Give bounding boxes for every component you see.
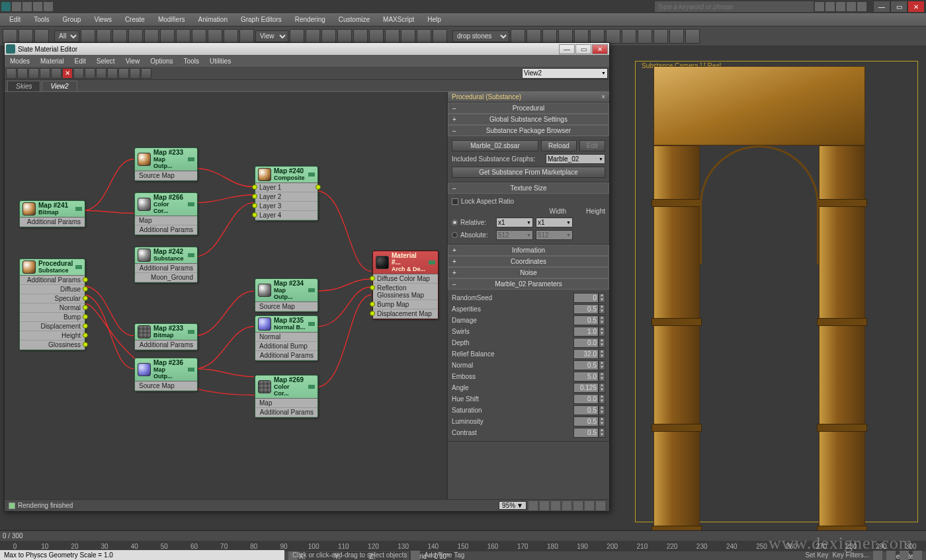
play-icon[interactable] <box>913 551 922 560</box>
toolbar-button[interactable] <box>144 29 159 44</box>
spinner[interactable]: 1.0▲▼ <box>573 327 605 337</box>
spinner[interactable]: 32.0▲▼ <box>573 349 605 359</box>
spinner[interactable]: 0.0▲▼ <box>573 394 605 404</box>
toolbar-button[interactable] <box>81 29 95 44</box>
sec-coord[interactable]: Coordinates <box>448 256 609 267</box>
help-search-input[interactable] <box>655 1 814 12</box>
sme-tool[interactable] <box>85 68 95 79</box>
sme-tool[interactable] <box>141 68 151 79</box>
sme-menu-select[interactable]: Select <box>91 56 120 66</box>
sec-texsize[interactable]: Texture Size <box>448 182 609 194</box>
sme-menu-tools[interactable]: Tools <box>179 56 204 66</box>
edit-button[interactable]: Edit <box>579 140 605 151</box>
node-map234[interactable]: Map #234Map Outp... Source Map <box>255 278 318 312</box>
sme-tool[interactable] <box>51 68 62 79</box>
help-icon[interactable] <box>857 2 866 11</box>
menu-create[interactable]: Create <box>120 15 150 24</box>
toolbar-button[interactable] <box>526 29 541 44</box>
spinner[interactable]: 0.5▲▼ <box>573 315 605 325</box>
hand-icon[interactable] <box>596 501 605 510</box>
spinner[interactable]: 0▲▼ <box>573 293 605 303</box>
toolbar-button[interactable] <box>192 29 206 44</box>
menu-modifiers[interactable]: Modifiers <box>153 15 190 24</box>
toolbar-button[interactable] <box>542 29 557 44</box>
node-graph[interactable]: Map #241Bitmap Additional Params Procedu… <box>5 92 446 499</box>
lock-aspect-checkbox[interactable] <box>452 198 458 205</box>
menu-edit[interactable]: Edit <box>4 15 26 24</box>
node-map269[interactable]: Map #269Color Cor... Map Additional Para… <box>255 375 318 418</box>
node-map235[interactable]: Map #235Normal B... Normal Additional Bu… <box>255 315 318 361</box>
node-map233b[interactable]: Map #233Bitmap Additional Params <box>134 323 198 350</box>
lock-icon[interactable] <box>411 551 420 560</box>
menu-maxscript[interactable]: MAXScript <box>378 15 419 24</box>
nav-icon[interactable] <box>573 501 583 510</box>
graphs-select[interactable]: Marble_02 <box>546 154 605 164</box>
width-rel-select[interactable]: x1 <box>496 218 533 227</box>
sec-browser[interactable]: Substance Package Browser <box>448 125 609 136</box>
sme-menu-view[interactable]: View <box>120 56 146 66</box>
nav-icon[interactable] <box>540 501 549 510</box>
toolbar-button[interactable] <box>606 29 620 44</box>
nav-icon[interactable] <box>562 501 571 510</box>
spinner[interactable]: 5.0▲▼ <box>573 372 605 381</box>
toolbar-button[interactable] <box>128 29 143 44</box>
toolbar-button[interactable] <box>112 29 127 44</box>
absolute-radio[interactable] <box>452 232 458 238</box>
sme-menu-material[interactable]: Material <box>35 56 69 66</box>
toolbar-button[interactable] <box>401 29 415 44</box>
sme-tool[interactable] <box>118 68 129 79</box>
spinner[interactable]: 0.5▲▼ <box>573 428 605 438</box>
ref-coord-select[interactable]: View <box>255 30 288 42</box>
reload-button[interactable]: Reload <box>541 140 577 151</box>
sme-tool[interactable] <box>6 68 17 79</box>
sme-maximize[interactable]: ▭ <box>575 44 591 54</box>
substance-file-button[interactable]: Marble_02.sbsar <box>452 140 538 151</box>
spinner[interactable]: 0.5▲▼ <box>573 360 605 370</box>
qat-icon[interactable] <box>22 2 32 11</box>
qat-icon[interactable] <box>33 2 42 11</box>
sme-minimize[interactable]: — <box>559 44 575 54</box>
maxscript-listener[interactable]: Max to Physcs Geometry Scale = 1.0 <box>0 550 284 560</box>
node-procedural[interactable]: ProceduralSubstance Additional ParamsDif… <box>19 259 85 350</box>
relative-radio[interactable] <box>452 220 458 225</box>
node-map242[interactable]: Map #242Substance Additional Params Moon… <box>134 247 198 283</box>
nav-icon[interactable] <box>551 501 560 510</box>
toolbar-button[interactable] <box>19 29 33 44</box>
menu-group[interactable]: Group <box>58 15 87 24</box>
toolbar-button[interactable] <box>638 29 652 44</box>
toolbar-button[interactable] <box>208 29 222 44</box>
toolbar-button[interactable] <box>622 29 636 44</box>
qat-icon[interactable] <box>12 2 21 11</box>
node-map266[interactable]: Map #266Color Cor... Map Additional Para… <box>134 192 198 235</box>
qat-icon[interactable] <box>44 2 53 11</box>
toolbar-button[interactable] <box>306 29 320 44</box>
sme-view-select[interactable]: View2 <box>522 68 608 79</box>
sme-tool[interactable] <box>17 68 28 79</box>
menu-rendering[interactable]: Rendering <box>290 15 331 24</box>
toolbar-button[interactable] <box>685 29 700 44</box>
toolbar-button[interactable] <box>321 29 336 44</box>
node-material[interactable]: Material #...Arch & De... Diffuse Color … <box>372 251 439 319</box>
nav-icon[interactable] <box>585 501 594 510</box>
menu-customize[interactable]: Customize <box>333 15 375 24</box>
toolbar-button[interactable] <box>3 29 17 44</box>
tool-icon[interactable] <box>836 2 845 11</box>
sme-tool[interactable] <box>40 68 50 79</box>
sme-tool[interactable] <box>28 68 39 79</box>
sme-close[interactable]: ✕ <box>592 44 608 54</box>
sme-menu-modes[interactable]: Modes <box>5 56 35 66</box>
toolbar-button[interactable] <box>353 29 368 44</box>
toolbar-button[interactable] <box>34 29 49 44</box>
toolbar-button[interactable] <box>433 29 447 44</box>
node-map241[interactable]: Map #241Bitmap Additional Params <box>19 200 85 227</box>
maximize-button[interactable]: ▭ <box>890 1 907 13</box>
toolbar-button[interactable] <box>369 29 384 44</box>
menu-views[interactable]: Views <box>89 15 117 24</box>
menu-tools[interactable]: Tools <box>28 15 54 24</box>
toolbar-button[interactable] <box>653 29 668 44</box>
toolbar-button[interactable] <box>511 29 525 44</box>
sme-tool[interactable] <box>107 68 118 79</box>
zoom-field[interactable]: 95%▼ <box>499 501 526 510</box>
search-icon[interactable] <box>815 2 824 11</box>
menu-help[interactable]: Help <box>422 15 446 24</box>
